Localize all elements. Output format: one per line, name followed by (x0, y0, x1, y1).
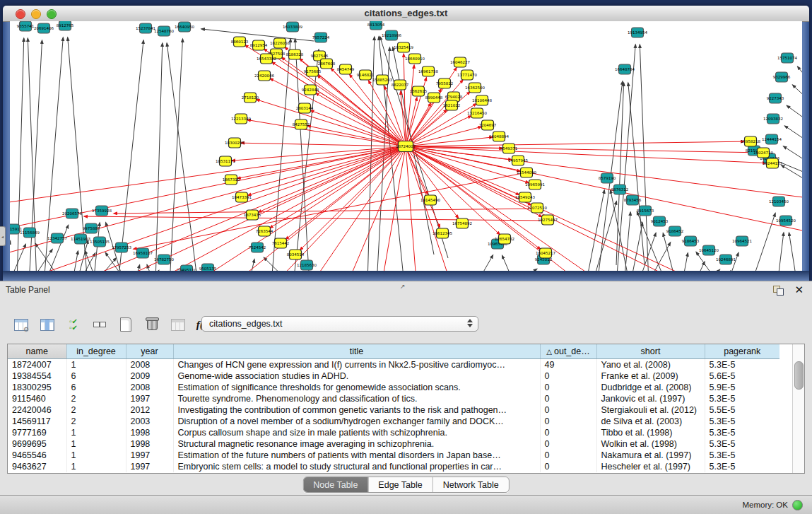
graph-node[interactable]: 12213349 (231, 114, 251, 124)
graph-node[interactable]: 9355741 (17, 21, 35, 31)
graph-node[interactable]: 9227343 (767, 93, 784, 103)
close-panel-icon[interactable]: ✕ (794, 284, 804, 296)
graph-node[interactable]: 10964521 (732, 236, 752, 246)
graph-node[interactable]: 18106448 (472, 95, 492, 105)
cell-short[interactable]: Wolkin et al. (1998) (596, 438, 705, 450)
graph-node[interactable]: 18724007 (396, 141, 416, 152)
memory-ok-indicator-icon[interactable] (792, 500, 803, 510)
graph-node[interactable]: 8034514 (287, 250, 305, 259)
graph-node[interactable]: 10954520 (776, 216, 796, 226)
cell-in_degree[interactable]: 1 (66, 461, 126, 472)
cell-in_degree[interactable]: 1 (66, 438, 126, 450)
cell-short[interactable]: Tibbo et al. (1998) (596, 427, 705, 438)
graph-node[interactable]: 9186453 (682, 236, 700, 246)
graph-node[interactable]: 7857224 (312, 33, 330, 42)
graph-node[interactable]: 8860123 (231, 37, 249, 47)
graph-node[interactable]: 13505135 (90, 237, 110, 247)
cell-title[interactable]: Disruption of a novel member of a sodium… (173, 416, 540, 427)
cell-name[interactable]: 9465546 (8, 450, 66, 461)
graph-node[interactable]: 9186452 (666, 226, 684, 236)
graph-node[interactable]: 10965991 (525, 180, 545, 189)
graph-node[interactable]: 18325419 (394, 42, 413, 52)
graph-node[interactable]: 8912954 (250, 40, 268, 50)
graph-node[interactable]: 7955812 (436, 78, 454, 88)
column-header-year[interactable]: year (126, 344, 173, 359)
panel-resize-grip[interactable]: ↗ (400, 283, 406, 290)
graph-node[interactable]: 8915673 (637, 206, 654, 216)
cell-title[interactable]: Corpus callosum shape and size in male p… (173, 427, 540, 438)
sidebar-collapse-grabber[interactable]: ◂ (0, 226, 6, 246)
cell-title[interactable]: Embryonic stem cells: a model to study s… (173, 461, 540, 472)
graph-node[interactable]: 12185630 (297, 260, 317, 270)
cell-short[interactable]: Hescheler et al. (1997) (596, 461, 705, 472)
graph-node[interactable]: 2803144 (296, 103, 314, 113)
cell-in_degree[interactable]: 2 (66, 404, 126, 416)
cell-out_degree[interactable]: 0 (540, 461, 596, 472)
column-header-name[interactable]: name (8, 344, 66, 359)
delete-column-icon[interactable] (143, 316, 160, 333)
graph-node[interactable]: 7615442 (272, 238, 290, 248)
graph-node[interactable]: 16648784 (615, 64, 635, 74)
graph-node[interactable]: 9975887 (83, 223, 100, 233)
cell-out_degree[interactable]: 0 (540, 393, 596, 404)
graph-node[interactable]: 8912765 (57, 21, 74, 30)
cell-pagerank[interactable]: 5.3E-5 (705, 461, 779, 472)
cell-name[interactable]: 22420046 (8, 404, 66, 416)
column-header-short[interactable]: short (596, 344, 705, 359)
graph-node[interactable]: 1362615 (410, 86, 428, 96)
graph-node[interactable]: 9012453 (651, 216, 669, 226)
cell-title[interactable]: Tourette syndrome. Phenomenology and cla… (173, 393, 540, 404)
graph-node[interactable]: 16961758 (418, 66, 438, 76)
graph-node[interactable]: 8186328 (286, 49, 304, 59)
column-header-pagerank[interactable]: pagerank (705, 344, 779, 359)
cell-year[interactable]: 2008 (126, 359, 173, 371)
cell-out_degree[interactable]: 49 (540, 359, 596, 371)
graph-node[interactable]: 8427552 (293, 119, 310, 129)
tab-edge-table[interactable]: Edge Table (367, 477, 432, 492)
graph-node[interactable]: 14957945 (508, 156, 528, 165)
graph-node[interactable]: 8990448 (425, 93, 443, 103)
table-select-dropdown[interactable]: citations_edges.txt (201, 316, 478, 332)
show-columns-icon[interactable] (39, 316, 56, 333)
graph-node[interactable]: 10246891 (716, 255, 736, 264)
cell-name[interactable]: 19384554 (8, 370, 66, 382)
cell-short[interactable]: de Silva et al. (2003) (596, 416, 705, 427)
graph-node[interactable]: 11544090 (517, 168, 536, 177)
cell-out_degree[interactable]: 0 (540, 382, 596, 393)
cell-year[interactable]: 2003 (126, 416, 173, 427)
graph-node[interactable]: 2867608 (318, 59, 336, 69)
cell-name[interactable]: 9463627 (8, 461, 66, 472)
cell-in_degree[interactable]: 6 (66, 370, 126, 382)
cell-name[interactable]: 9115460 (8, 393, 66, 404)
graph-node[interactable]: 12444154 (762, 134, 782, 144)
graph-node[interactable]: 18531171 (216, 156, 235, 166)
cell-year[interactable]: 1998 (126, 438, 173, 450)
graph-node[interactable]: 16046227 (450, 57, 470, 67)
graph-node[interactable]: 7204697 (479, 120, 497, 130)
cell-title[interactable]: Estimation of significance thresholds fo… (173, 382, 540, 393)
graph-node[interactable]: 15237841 (136, 23, 155, 33)
table-scrollbar[interactable] (792, 344, 804, 473)
cell-pagerank[interactable]: 5.6E-5 (705, 370, 779, 382)
graph-node[interactable]: 15885203 (372, 75, 392, 85)
graph-node[interactable]: 20495110 (177, 265, 196, 271)
cell-in_degree[interactable]: 2 (66, 416, 126, 427)
cell-out_degree[interactable]: 0 (540, 427, 596, 438)
graph-node[interactable]: 8876312 (611, 185, 629, 194)
cell-year[interactable]: 1997 (126, 461, 173, 472)
cell-year[interactable]: 1997 (126, 450, 173, 461)
graph-node[interactable]: 9329966 (773, 72, 791, 82)
cell-year[interactable]: 2008 (126, 382, 173, 393)
graph-node[interactable]: 1867310 (223, 175, 240, 185)
cell-title[interactable]: Changes of HCN gene expression and I(f) … (173, 359, 540, 371)
window-titlebar[interactable]: citations_edges.txt (3, 6, 809, 22)
new-column-icon[interactable] (117, 316, 134, 333)
cell-pagerank[interactable]: 5.3E-5 (705, 393, 779, 404)
graph-node[interactable]: 19134954 (628, 28, 647, 37)
graph-node[interactable]: 9146821 (357, 70, 375, 80)
graph-node[interactable]: 8822037 (392, 80, 409, 90)
graph-node[interactable]: 16048894 (489, 132, 509, 141)
table-settings-icon[interactable]: ⚙ (13, 316, 30, 333)
graph-node[interactable]: 18226058 (270, 38, 290, 48)
graph-node[interactable]: 16640950 (175, 22, 194, 32)
